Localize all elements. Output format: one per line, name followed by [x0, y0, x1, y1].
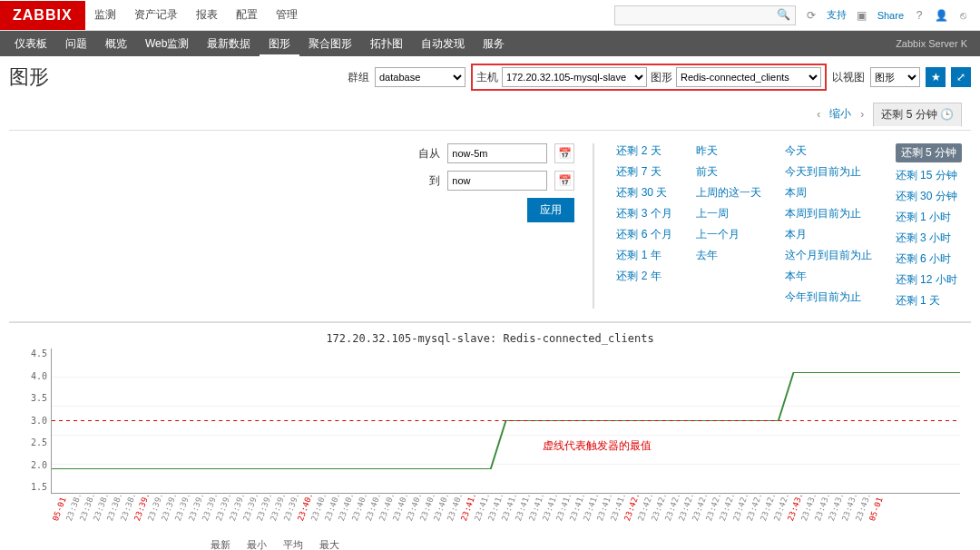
time-panel: ‹ 缩小 › 还剩 5 分钟 🕒 自从 📅 到 📅 应用 还剩 2 天还剩 7 …	[9, 98, 971, 323]
favorite-button[interactable]: ★	[926, 67, 946, 87]
from-input[interactable]	[447, 143, 547, 163]
time-preset-link[interactable]: 还剩 15 分钟	[896, 168, 962, 183]
time-preset-link[interactable]: 昨天	[696, 143, 761, 159]
to-input[interactable]	[447, 171, 547, 191]
time-active-tab[interactable]: 还剩 5 分钟 🕒	[873, 103, 962, 127]
apply-button[interactable]: 应用	[527, 198, 574, 222]
chart-y-axis: 4.54.03.53.02.52.01.5	[20, 349, 51, 494]
user-icon[interactable]: 👤	[935, 9, 947, 22]
subnav-item[interactable]: 最新数据	[198, 31, 260, 57]
time-preset-link[interactable]: 本周到目前为止	[785, 206, 872, 221]
time-next-icon[interactable]: ›	[860, 108, 864, 121]
view-select[interactable]: 图形	[870, 67, 920, 87]
from-label: 自从	[418, 146, 440, 162]
time-preset-link[interactable]: 还剩 1 年	[616, 248, 671, 263]
subnav-item[interactable]: 聚合图形	[299, 31, 361, 57]
view-label: 以视图	[832, 70, 865, 85]
time-preset-link[interactable]: 今年到目前为止	[785, 290, 872, 305]
group-label: 群组	[348, 70, 369, 85]
time-preset-link[interactable]: 还剩 5 分钟	[896, 143, 962, 162]
to-label: 到	[429, 173, 440, 189]
topnav-item[interactable]: 监测	[85, 0, 125, 31]
time-preset-link[interactable]: 还剩 1 天	[896, 293, 962, 309]
time-preset-link[interactable]: 还剩 12 小时	[896, 272, 962, 288]
group-select[interactable]: database	[375, 67, 466, 87]
chart-annotation: 虚线代表触发器的最值	[543, 438, 652, 454]
chart-title: 172.20.32.105-mysql-slave: Redis-connect…	[20, 332, 960, 345]
highlight-box: 主机 172.20.32.105-mysql-slave 图形 Redis-co…	[471, 64, 827, 91]
calendar-icon[interactable]: 📅	[554, 143, 574, 163]
subnav-item[interactable]: 拓扑图	[361, 31, 412, 57]
time-preset-link[interactable]: 还剩 3 小时	[896, 231, 962, 246]
page-title: 图形	[9, 64, 49, 91]
top-menu-bar: ZABBIX 监测资产记录报表配置管理 🔍 ⟳ 支持 ▣ Share ? 👤 ⎋	[0, 0, 980, 31]
logout-icon[interactable]: ⎋	[956, 9, 969, 22]
logo: ZABBIX	[0, 1, 85, 30]
time-shrink-tab[interactable]: 缩小	[829, 106, 851, 122]
time-preset-link[interactable]: 这个月到目前为止	[785, 248, 872, 263]
page-title-bar: 图形 群组 database 主机 172.20.32.105-mysql-sl…	[9, 64, 971, 91]
sub-menu-bar: 仪表板问题概览Web监测最新数据图形聚合图形拓扑图自动发现服务 Zabbix S…	[0, 31, 980, 56]
topnav-item[interactable]: 管理	[267, 0, 307, 31]
chart-container: 172.20.32.105-mysql-slave: Redis-connect…	[9, 323, 971, 550]
graph-label: 图形	[651, 70, 672, 85]
time-preset-link[interactable]: 上周的这一天	[696, 185, 761, 201]
share-icon[interactable]: ▣	[856, 9, 868, 22]
subnav-item[interactable]: 概览	[96, 31, 136, 57]
chart-legend: 最新最小平均最大 Redis-connected_clients [平均] 4 …	[29, 537, 960, 550]
support-link[interactable]: 支持	[827, 8, 847, 22]
clock-icon: 🕒	[940, 108, 954, 121]
share-link[interactable]: Share	[877, 10, 904, 21]
time-preset-link[interactable]: 今天到目前为止	[785, 164, 872, 180]
subnav-item[interactable]: 仪表板	[5, 31, 56, 57]
topnav-item[interactable]: 配置	[227, 0, 267, 31]
subnav-item[interactable]: 图形	[260, 31, 299, 57]
time-preset-link[interactable]: 前天	[696, 164, 761, 180]
global-search-input[interactable]	[614, 5, 796, 25]
host-label: 主机	[476, 70, 498, 85]
search-icon[interactable]: 🔍	[777, 8, 790, 21]
calendar-icon[interactable]: 📅	[554, 171, 574, 191]
subnav-item[interactable]: 自动发现	[412, 31, 474, 57]
time-preset-link[interactable]: 本月	[785, 227, 872, 242]
help-icon[interactable]: ?	[913, 9, 926, 22]
top-nav: 监测资产记录报表配置管理	[85, 0, 307, 31]
time-preset-link[interactable]: 还剩 6 小时	[896, 251, 962, 267]
host-select[interactable]: 172.20.32.105-mysql-slave	[502, 67, 647, 87]
fullscreen-button[interactable]: ⤢	[951, 67, 971, 87]
time-prev-icon[interactable]: ‹	[817, 108, 820, 121]
graph-select[interactable]: Redis-connected_clients	[676, 67, 821, 87]
subnav-item[interactable]: 服务	[474, 31, 514, 57]
time-preset-link[interactable]: 还剩 3 个月	[616, 206, 671, 221]
time-preset-link[interactable]: 今天	[785, 143, 872, 159]
time-preset-link[interactable]: 还剩 30 天	[616, 185, 671, 201]
subnav-item[interactable]: Web监测	[136, 31, 198, 57]
time-preset-link[interactable]: 还剩 2 年	[616, 269, 671, 284]
chart-plot[interactable]: 虚线代表触发器的最值	[51, 349, 960, 494]
time-preset-link[interactable]: 上一个月	[696, 227, 761, 242]
time-preset-link[interactable]: 本年	[785, 269, 872, 284]
server-name: Zabbix Server K	[896, 38, 975, 49]
time-preset-link[interactable]: 上一周	[696, 206, 761, 221]
topnav-item[interactable]: 报表	[187, 0, 227, 31]
subnav-item[interactable]: 问题	[56, 31, 96, 57]
time-preset-link[interactable]: 去年	[696, 248, 761, 263]
time-preset-link[interactable]: 还剩 1 小时	[896, 210, 962, 225]
topnav-item[interactable]: 资产记录	[125, 0, 187, 31]
time-preset-link[interactable]: 还剩 7 天	[616, 164, 671, 180]
time-preset-link[interactable]: 还剩 30 分钟	[896, 189, 962, 204]
time-preset-link[interactable]: 本周	[785, 185, 872, 201]
chart-x-axis: 05-01 23:3823:38:3523:38:4023:38:4523:38…	[51, 496, 960, 528]
time-preset-link[interactable]: 还剩 6 个月	[616, 227, 671, 242]
time-preset-link[interactable]: 还剩 2 天	[616, 143, 671, 159]
support-icon[interactable]: ⟳	[805, 9, 818, 22]
